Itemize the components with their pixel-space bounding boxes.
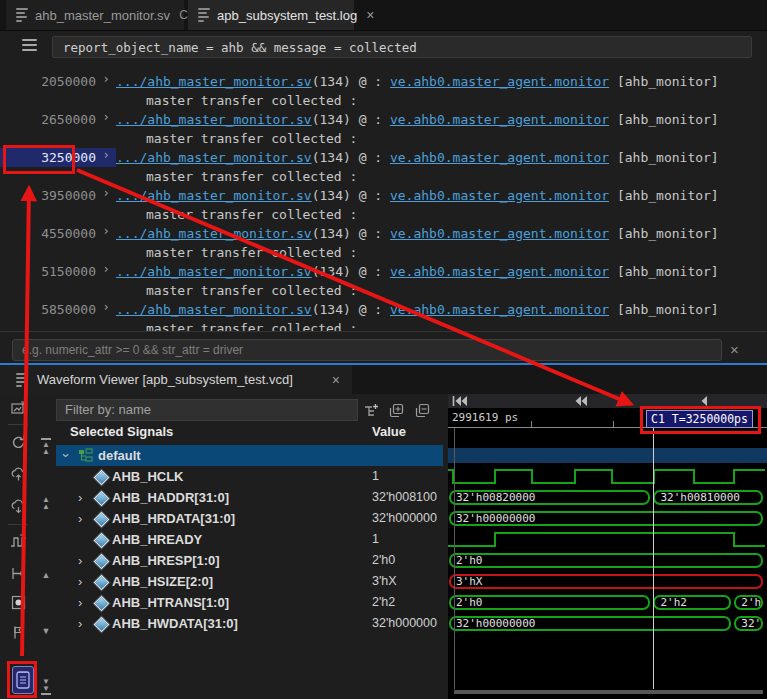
log-view-icon[interactable] (12, 666, 34, 694)
signal-row[interactable]: AHB_HREADY1 (56, 529, 443, 550)
bus-value-label: 32'h00000000 (451, 617, 535, 630)
log-file-link[interactable]: .../ahb_master_monitor.sv (116, 264, 312, 279)
collapse-all-icon[interactable] (414, 402, 431, 419)
log-timestamp[interactable]: 3250000› (0, 148, 116, 167)
log-tag: [ahb_monitor] (609, 264, 719, 279)
log-entry: 5150000›.../ahb_master_monitor.sv(134) @… (0, 262, 767, 300)
waveform-file-icon (16, 373, 28, 387)
tab-label: ahb_master_monitor.sv (35, 8, 170, 23)
wave-bus-segment: 2'h2 (653, 595, 731, 610)
signal-row[interactable]: ›AHB_HSIZE[2:0]3'hX (56, 571, 443, 592)
signal-row[interactable]: ›AHB_HRESP[1:0]2'h0 (56, 550, 443, 571)
prev-page-icon[interactable] (574, 395, 588, 407)
signal-row[interactable]: ›AHB_HRDATA[31:0]32'h000000 (56, 508, 443, 529)
close-icon[interactable]: × (366, 7, 374, 23)
log-file-link[interactable]: .../ahb_master_monitor.sv (116, 226, 312, 241)
close-icon[interactable]: × (332, 372, 340, 388)
log-tag: [ahb_monitor] (609, 150, 719, 165)
log-file-link[interactable]: .../ahb_master_monitor.sv (116, 150, 312, 165)
wave-edge (494, 469, 496, 484)
log-timestamp[interactable]: 3950000› (0, 186, 116, 205)
chevron-collapsed-icon[interactable]: › (78, 571, 82, 592)
timestamp-value: 3950000 (0, 186, 96, 205)
log-timestamp[interactable]: 5150000› (0, 262, 116, 281)
tab-apb-subsystem-test-log[interactable]: apb_subsystem_test.log × (188, 0, 354, 30)
cursor-c1-label[interactable]: C1 T=3250000ps (646, 410, 753, 428)
chevron-collapsed-icon[interactable]: › (78, 487, 82, 508)
signal-row[interactable]: ›AHB_HTRANS[1:0]2'h2 (56, 592, 443, 613)
cloud-upload-icon[interactable] (10, 466, 27, 483)
chevron-expanded-icon[interactable]: › (56, 453, 77, 457)
log-message: master transfer collected : (146, 205, 357, 224)
chevron-right-icon: › (96, 108, 116, 127)
log-scope-link[interactable]: ve.ahb0.master_agent.monitor (390, 264, 609, 279)
signal-value: 2'h2 (372, 592, 395, 613)
horizontal-scrollbar[interactable] (454, 690, 763, 694)
bus-value-label: 3'hX (451, 575, 483, 588)
log-scope-link[interactable]: ve.ahb0.master_agent.monitor (390, 188, 609, 203)
tab-ahb-master-monitor[interactable]: ahb_master_monitor.sv C (6, 0, 184, 30)
waveform-toolbar (448, 394, 767, 408)
signal-row[interactable]: ›AHB_HWDATA[31:0]32'h000000 (56, 613, 443, 634)
log-entry-line1: 5150000›.../ahb_master_monitor.sv(134) @… (0, 262, 767, 281)
scroll-to-top-icon[interactable]: ▲▲ (38, 438, 54, 455)
bus-value-label: 2'h0 (736, 596, 763, 609)
secondary-cursor[interactable] (454, 428, 455, 689)
clear-filter-icon[interactable]: × (730, 341, 739, 358)
log-message: master transfer collected : (146, 91, 357, 110)
log-file-link[interactable]: .../ahb_master_monitor.sv (116, 188, 312, 203)
tab-waveform-viewer[interactable]: Waveform Viewer [apb_subsystem_test.vcd]… (0, 365, 352, 394)
wave-bus-segment: 32'h00 (734, 616, 763, 631)
page-up-icon[interactable]: ▲▲ (38, 496, 54, 510)
signal-value: 3'hX (372, 571, 397, 592)
signal-diamond-icon (94, 554, 110, 570)
chevron-collapsed-icon[interactable]: › (78, 508, 82, 529)
log-scope-link[interactable]: ve.ahb0.master_agent.monitor (390, 112, 609, 127)
chevron-collapsed-icon[interactable]: › (78, 592, 82, 613)
cloud-download-icon[interactable] (10, 498, 27, 515)
log-file-link[interactable]: .../ahb_master_monitor.sv (116, 112, 312, 127)
log-timestamp[interactable]: 2650000› (0, 110, 116, 129)
export-image-icon[interactable] (10, 400, 27, 417)
log-filter-input[interactable]: report_object_name = ahb && message = co… (52, 36, 752, 58)
scroll-to-bottom-icon[interactable]: ▼▼ (38, 678, 54, 695)
cursor-measure-icon[interactable] (10, 565, 27, 582)
signal-group-default[interactable]: ›default (56, 445, 443, 466)
log-timestamp[interactable]: 5850000› (0, 300, 116, 319)
attr-filter-input[interactable]: e.g. numeric_attr >= 0 && str_attr = dri… (12, 339, 722, 361)
menu-hamburger-icon[interactable] (22, 39, 37, 54)
log-entry: 3250000›.../ahb_master_monitor.sv(134) @… (0, 148, 767, 186)
go-to-start-icon[interactable] (452, 395, 468, 407)
reload-icon[interactable] (10, 434, 27, 451)
signal-pulse-icon[interactable] (10, 533, 27, 550)
signal-row[interactable]: AHB_HCLK1 (56, 466, 443, 487)
chevron-collapsed-icon[interactable]: › (78, 613, 82, 634)
prev-transition-icon[interactable] (700, 395, 708, 407)
wave-binary-segment (733, 469, 765, 471)
log-tag: [ahb_monitor] (609, 112, 719, 127)
log-timestamp[interactable]: 4550000› (0, 224, 116, 243)
signal-diamond-icon (94, 533, 110, 549)
signal-row[interactable]: ›AHB_HADDR[31:0]32'h008100 (56, 487, 443, 508)
application-window: ahb_master_monitor.sv C apb_subsystem_te… (0, 0, 767, 699)
log-file-link[interactable]: .../ahb_master_monitor.sv (116, 302, 312, 317)
marker-box-icon[interactable] (10, 594, 27, 611)
add-signal-icon[interactable] (363, 402, 380, 419)
log-scope-link[interactable]: ve.ahb0.master_agent.monitor (390, 226, 609, 241)
signal-filter-input[interactable]: Filter by: name (56, 399, 358, 421)
time-cursor-c1[interactable] (653, 428, 654, 689)
flag-icon[interactable] (10, 624, 27, 641)
chevron-collapsed-icon[interactable]: › (78, 550, 82, 571)
wave-binary-segment (653, 469, 693, 471)
scroll-down-icon[interactable]: ▼ (38, 628, 54, 635)
waveform-display[interactable]: 2991619 ps 32'h0082000032'h0081000032'h0… (448, 394, 767, 699)
log-scope-link[interactable]: ve.ahb0.master_agent.monitor (390, 150, 609, 165)
log-timestamp[interactable]: 2050000› (0, 72, 116, 91)
log-entry-line1: 5850000›.../ahb_master_monitor.sv(134) @… (0, 300, 767, 319)
expand-all-icon[interactable] (388, 402, 405, 419)
log-scope-link[interactable]: ve.ahb0.master_agent.monitor (390, 74, 609, 89)
log-file-link[interactable]: .../ahb_master_monitor.sv (116, 74, 312, 89)
log-scope-link[interactable]: ve.ahb0.master_agent.monitor (390, 302, 609, 317)
scroll-up-icon[interactable]: ▲ (38, 572, 54, 579)
column-header-signals: Selected Signals (70, 424, 173, 439)
